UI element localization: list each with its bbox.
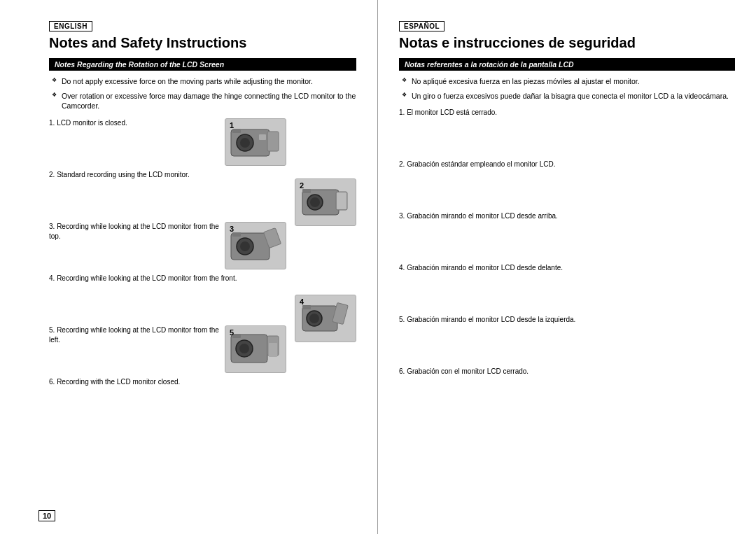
svg-rect-4: [267, 132, 279, 151]
left-item-1: 1. LCD monitor is closed.: [49, 118, 220, 130]
right-item-2: 2. Grabación estándar empleando el monit…: [399, 160, 735, 171]
right-column: ESPAÑOL Notas e instrucciones de segurid…: [378, 0, 756, 534]
left-bullets: Do not apply excessive force on the movi…: [49, 76, 356, 111]
page: ENGLISH Notes and Safety Instructions No…: [0, 0, 756, 534]
svg-point-13: [239, 344, 249, 353]
svg-point-25: [309, 314, 319, 323]
cam-3: 3: [225, 222, 286, 269]
svg-point-2: [240, 138, 250, 148]
svg-point-8: [240, 241, 250, 251]
left-item-3: 3. Recording while looking at the LCD mo…: [49, 222, 220, 244]
cam-2: 2: [295, 178, 356, 226]
cam-4: 4: [295, 295, 356, 342]
right-item-3: 3. Grabación mirando el monitor LCD desd…: [399, 211, 735, 223]
right-bullet-1: No apliqué excesiva fuerza en las piezas…: [402, 76, 735, 87]
right-subheader: Notas referentes a la rotación de la pan…: [399, 58, 735, 71]
left-cam-col2: 2 4: [295, 118, 356, 342]
left-item-5: 5. Recording while looking at the LCD mo…: [49, 325, 220, 347]
right-items-text: 1. El monitor LCD está cerrado. 2. Graba…: [399, 108, 735, 381]
left-bullet-1: Do not apply excessive force on the movi…: [52, 76, 356, 87]
left-title: Notes and Safety Instructions: [49, 34, 356, 51]
right-title: Notas e instrucciones de seguridad: [399, 34, 735, 51]
left-items-text: 1. LCD monitor is closed. 1: [49, 118, 286, 392]
svg-rect-15: [269, 343, 277, 357]
right-item-4: 4. Grabación mirando el monitor LCD desd…: [399, 263, 735, 275]
left-item-4: 4. Recording while looking at the LCD mo…: [49, 274, 286, 286]
english-badge: ENGLISH: [49, 21, 356, 34]
left-bullet-2: Over rotation or excessive force may dam…: [52, 91, 356, 111]
svg-point-19: [310, 197, 320, 207]
espanol-badge: ESPAÑOL: [399, 21, 735, 34]
right-bullet-2: Un giro o fuerza excesivos puede dañar l…: [402, 91, 735, 101]
page-number: 10: [38, 510, 55, 521]
right-bullets: No apliqué excesiva fuerza en las piezas…: [399, 76, 735, 101]
cam-5: 5: [225, 325, 286, 373]
right-items: 1. El monitor LCD está cerrado. 2. Graba…: [399, 108, 735, 381]
left-subheader: Notes Regarding the Rotation of the LCD …: [49, 58, 356, 71]
right-item-1: 1. El monitor LCD está cerrado.: [399, 108, 735, 120]
svg-rect-3: [259, 134, 266, 140]
cam-1: 1: [225, 118, 286, 166]
right-item-5: 5. Grabación mirando el monitor LCD desd…: [399, 315, 735, 327]
left-column: ENGLISH Notes and Safety Instructions No…: [0, 0, 378, 534]
right-item-6: 6. Grabación con el monitor LCD cerrado.: [399, 367, 735, 379]
left-item-2: 2. Standard recording using the LCD moni…: [49, 170, 286, 182]
svg-rect-21: [337, 192, 346, 209]
left-item-6: 6. Recording with the LCD monitor closed…: [49, 377, 286, 389]
